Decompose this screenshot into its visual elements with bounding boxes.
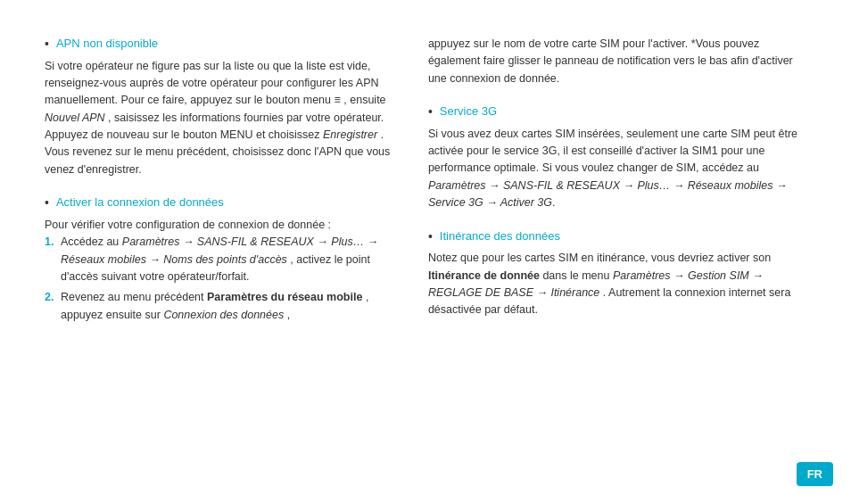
3g-text: Si vous avez deux cartes SIM insérées, s…: [428, 126, 806, 212]
item2-content: Revenez au menu précédent Paramètres du …: [61, 289, 392, 324]
itinerance-header: • Itinérance des données: [428, 228, 806, 246]
number-1: 1.: [45, 234, 57, 285]
itinerance-title: Itinérance des données: [440, 228, 560, 244]
number-2: 2.: [45, 289, 57, 324]
item2-text3: ,: [287, 309, 290, 321]
section-apn: • APN non disponible Si votre opérateur …: [45, 36, 392, 178]
apn-text-1: Si votre opérateur ne figure pas sur la …: [45, 60, 379, 107]
intro-continuation: appuyez sur le nom de votre carte SIM po…: [428, 36, 806, 87]
itin-text-2: dans le menu: [542, 269, 609, 282]
connexion-header: • Activer la connexion de données: [45, 194, 392, 212]
right-column: appuyez sur le nom de votre carte SIM po…: [410, 36, 806, 468]
fr-badge: FR: [797, 462, 833, 486]
bullet-1: •: [45, 36, 49, 54]
apn-header: • APN non disponible: [45, 36, 392, 54]
item1-text: Accédez au: [61, 235, 119, 248]
item2-italic: Connexion des données: [163, 309, 284, 321]
intro-text: appuyez sur le nom de votre carte SIM po…: [428, 37, 793, 85]
item2-bold: Paramètres du réseau mobile: [207, 291, 362, 303]
bullet-4: •: [428, 228, 433, 246]
apn-italic-2: Enregistrer: [323, 128, 377, 141]
itinerance-text: Notez que pour les cartes SIM en itinéra…: [428, 250, 806, 319]
apn-text-2: , ensuite: [343, 94, 385, 106]
itin-bold: Itinérance de donnée: [428, 269, 543, 282]
item2-text1: Revenez au menu précédent: [61, 291, 204, 303]
section-3g: • Service 3G Si vous avez deux cartes SI…: [428, 103, 806, 211]
connexion-item-2: 2. Revenez au menu précédent Paramètres …: [45, 289, 392, 324]
3g-header: • Service 3G: [428, 103, 806, 121]
item1-content: Accédez au Paramètres → SANS-FIL & RESEA…: [61, 234, 392, 285]
section-connexion: • Activer la connexion de données Pour v…: [45, 194, 392, 324]
left-column: • APN non disponible Si votre opérateur …: [45, 36, 410, 468]
connexion-item-1: 1. Accédez au Paramètres → SANS-FIL & RE…: [45, 234, 392, 285]
bullet-3: •: [428, 103, 433, 121]
connexion-text-1: Pour vérifier votre configuration de con…: [45, 219, 331, 231]
connexion-items: 1. Accédez au Paramètres → SANS-FIL & RE…: [45, 234, 392, 324]
apn-title: APN non disponible: [56, 36, 158, 52]
3g-text-main: Si vous avez deux cartes SIM insérées, s…: [428, 128, 797, 175]
connexion-title: Activer la connexion de données: [56, 194, 224, 211]
apn-text: Si votre opérateur ne figure pas sur la …: [45, 58, 392, 179]
page: • APN non disponible Si votre opérateur …: [0, 0, 851, 504]
3g-italic: Paramètres → SANS-FIL & RESEAUX → Plus… …: [428, 179, 788, 209]
menu-icon: ≡: [335, 94, 341, 106]
3g-period: .: [552, 196, 555, 209]
connexion-intro: Pour vérifier votre configuration de con…: [45, 217, 392, 234]
section-itinerance: • Itinérance des données Notez que pour …: [428, 228, 806, 319]
3g-title: Service 3G: [440, 103, 497, 120]
bullet-2: •: [45, 194, 49, 212]
itin-text-1: Notez que pour les cartes SIM en itinéra…: [428, 252, 771, 264]
apn-italic-1: Nouvel APN: [45, 112, 105, 124]
